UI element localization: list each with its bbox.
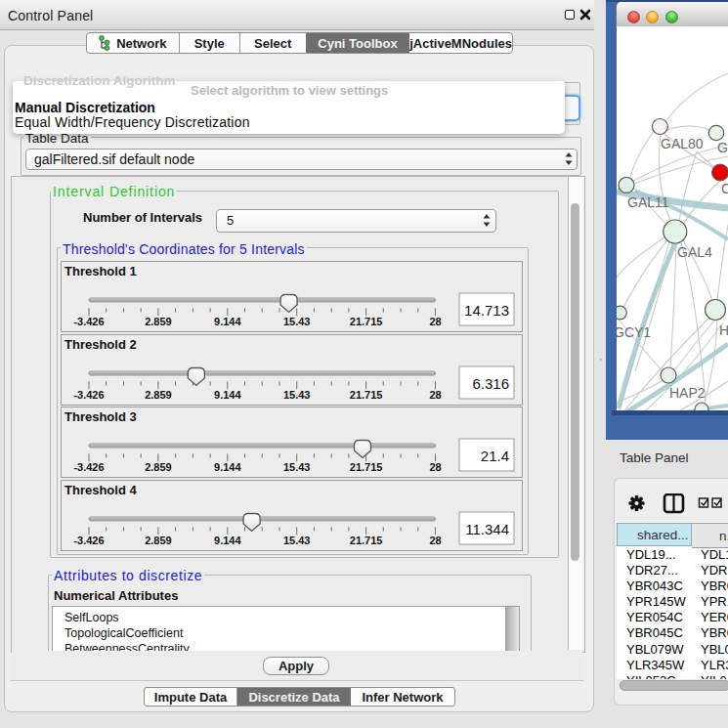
svg-text:-3.426: -3.426 <box>73 389 104 401</box>
svg-text:GCY1: GCY1 <box>617 324 651 340</box>
svg-text:Threshold 2: Threshold 2 <box>64 337 137 352</box>
svg-text:-3.426: -3.426 <box>73 316 104 327</box>
svg-text:H: H <box>719 322 728 338</box>
svg-text:21.715: 21.715 <box>350 461 383 473</box>
svg-text:21.715: 21.715 <box>350 389 383 401</box>
svg-text:21.715: 21.715 <box>350 316 383 327</box>
svg-text:Threshold 4: Threshold 4 <box>64 483 137 497</box>
svg-text:9.144: 9.144 <box>214 461 241 473</box>
svg-text:28: 28 <box>429 389 441 401</box>
svg-text:C: C <box>721 181 728 196</box>
svg-text:9.144: 9.144 <box>214 389 241 401</box>
svg-text:15.43: 15.43 <box>283 535 311 546</box>
svg-text:11.344: 11.344 <box>465 521 509 537</box>
svg-text:2.859: 2.859 <box>145 389 172 401</box>
svg-text:2.859: 2.859 <box>145 535 172 546</box>
svg-text:Threshold 3: Threshold 3 <box>64 409 137 424</box>
svg-text:14.713: 14.713 <box>464 302 509 319</box>
svg-text:-3.426: -3.426 <box>73 461 104 473</box>
svg-text:15.43: 15.43 <box>283 461 311 473</box>
svg-text:GAL11: GAL11 <box>627 194 669 210</box>
svg-text:2.859: 2.859 <box>145 316 172 327</box>
svg-text:15.43: 15.43 <box>283 316 311 327</box>
svg-text:6.316: 6.316 <box>472 375 509 392</box>
svg-text:GAL4: GAL4 <box>677 244 712 260</box>
svg-text:28: 28 <box>429 461 441 473</box>
svg-text:9.144: 9.144 <box>214 316 241 327</box>
svg-text:21.4: 21.4 <box>481 448 509 464</box>
svg-text:28: 28 <box>429 535 441 546</box>
svg-text:2.859: 2.859 <box>145 461 172 473</box>
svg-text:GAL80: GAL80 <box>661 136 704 151</box>
svg-text:15.43: 15.43 <box>283 389 311 401</box>
svg-text:HAP2: HAP2 <box>669 385 706 401</box>
svg-text:-3.426: -3.426 <box>73 535 104 546</box>
svg-text:Threshold 1: Threshold 1 <box>64 264 137 278</box>
svg-text:21.715: 21.715 <box>350 535 383 546</box>
svg-text:G...: G... <box>717 140 728 155</box>
svg-text:28: 28 <box>429 316 441 327</box>
svg-text:9.144: 9.144 <box>214 535 241 546</box>
